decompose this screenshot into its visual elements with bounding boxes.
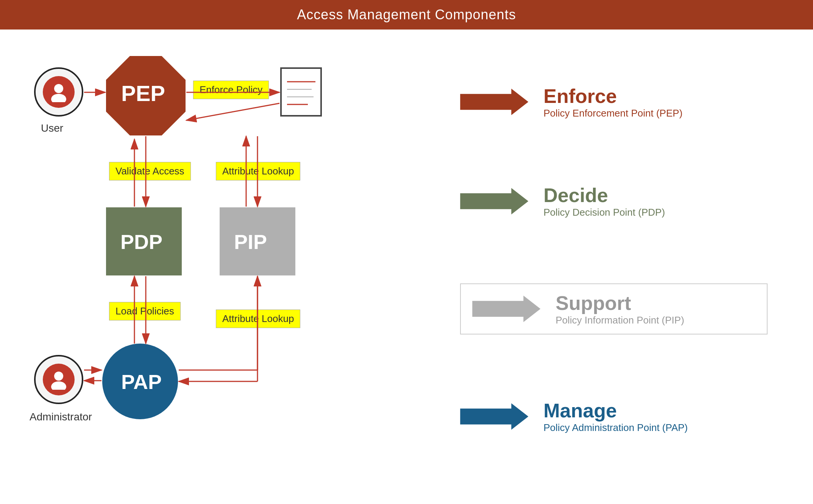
- header-title: Access Management Components: [297, 7, 516, 22]
- decide-text: Decide Policy Decision Point (PDP): [543, 184, 665, 218]
- decide-subtitle: Policy Decision Point (PDP): [543, 207, 665, 218]
- admin-circle: [34, 355, 83, 404]
- attribute-lookup-top-label: Attribute Lookup: [216, 162, 300, 180]
- svg-point-3: [51, 381, 66, 390]
- support-arrow: [472, 296, 540, 322]
- svg-rect-4: [281, 68, 321, 115]
- legend-area: Enforce Policy Enforcement Point (PEP) D…: [422, 45, 790, 489]
- decide-arrow: [460, 188, 528, 215]
- svg-point-2: [54, 372, 63, 381]
- pip-shape: [220, 207, 295, 275]
- user-label: User: [41, 122, 63, 134]
- slide: Access Management Components User: [0, 0, 813, 504]
- policy-doc-svg: [281, 68, 321, 115]
- support-subtitle: Policy Information Point (PIP): [556, 314, 684, 326]
- user-circle: [34, 67, 83, 117]
- slide-header: Access Management Components: [0, 0, 813, 30]
- admin-icon: [43, 364, 75, 395]
- enforce-title: Enforce: [543, 85, 682, 107]
- legend-manage: Manage Policy Administration Point (PAP): [460, 399, 768, 434]
- pep-shape: [106, 56, 186, 135]
- policy-document: [280, 67, 322, 117]
- validate-access-label: Validate Access: [109, 162, 191, 180]
- decide-title: Decide: [543, 184, 665, 207]
- admin-svg: [48, 369, 69, 390]
- manage-text: Manage Policy Administration Point (PAP): [543, 399, 688, 434]
- enforce-policy-label: Enforce Policy: [193, 81, 269, 99]
- enforce-text: Enforce Policy Enforcement Point (PEP): [543, 85, 682, 119]
- support-title: Support: [556, 292, 684, 314]
- enforce-subtitle: Policy Enforcement Point (PEP): [543, 107, 682, 119]
- legend-decide: Decide Policy Decision Point (PDP): [460, 184, 768, 218]
- manage-subtitle: Policy Administration Point (PAP): [543, 422, 688, 434]
- svg-point-1: [51, 94, 66, 102]
- support-text: Support Policy Information Point (PIP): [556, 292, 684, 326]
- legend-enforce: Enforce Policy Enforcement Point (PEP): [460, 85, 768, 119]
- pap-circle: [102, 344, 178, 419]
- manage-arrow: [460, 403, 528, 430]
- svg-line-13: [186, 103, 279, 120]
- user-svg: [48, 82, 69, 102]
- diagram-area: User Administrator PEP PDP PIP: [23, 45, 422, 489]
- load-policies-label: Load Policies: [109, 302, 181, 320]
- legend-support: Support Policy Information Point (PIP): [460, 283, 768, 334]
- admin-label: Administrator: [30, 411, 92, 423]
- attribute-lookup-bottom-label: Attribute Lookup: [216, 310, 300, 328]
- enforce-arrow: [460, 89, 528, 115]
- pdp-shape: [106, 207, 182, 275]
- manage-title: Manage: [543, 399, 688, 422]
- content-area: User Administrator PEP PDP PIP: [0, 30, 813, 504]
- user-icon: [43, 76, 75, 108]
- svg-point-0: [54, 84, 63, 93]
